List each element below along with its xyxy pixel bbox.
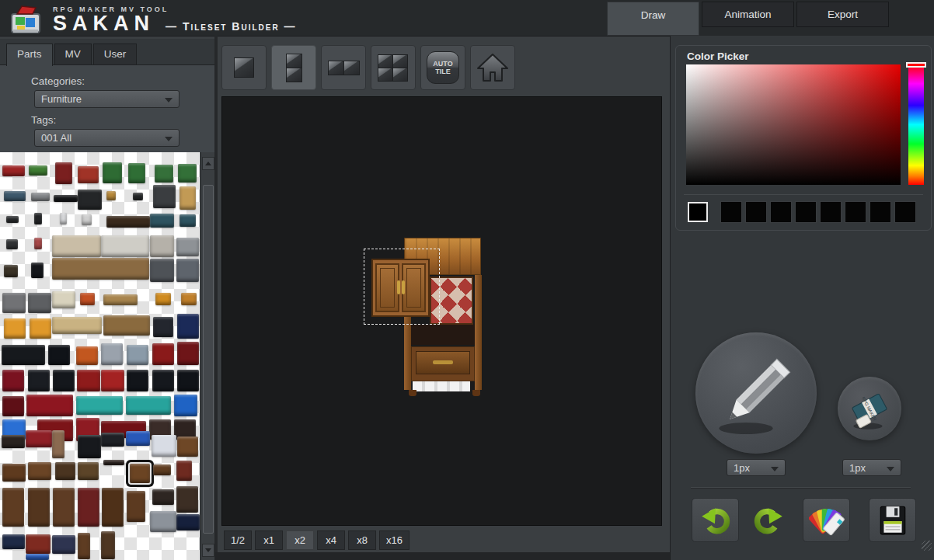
tile-thumbnail[interactable]: [103, 294, 138, 305]
tile-thumbnail[interactable]: [31, 263, 44, 278]
tile-thumbnail[interactable]: [126, 396, 171, 415]
drawing-canvas[interactable]: [221, 96, 662, 526]
tags-select[interactable]: 001 All: [34, 129, 179, 147]
tile-thumbnail[interactable]: [2, 464, 26, 482]
tile-thumbnail[interactable]: [153, 317, 173, 337]
tile-thumbnail[interactable]: [155, 293, 171, 305]
pencil-size-select[interactable]: 1px: [727, 459, 786, 476]
tile-thumbnail[interactable]: [103, 315, 150, 336]
tile-thumbnail[interactable]: [2, 165, 25, 176]
scroll-up-button[interactable]: [202, 157, 214, 170]
current-color-swatch[interactable]: [688, 202, 708, 222]
tile-thumbnail[interactable]: [80, 293, 95, 305]
tile-thumbnail[interactable]: [103, 460, 124, 465]
tile-thumbnail[interactable]: [52, 291, 75, 308]
tab-export[interactable]: Export: [796, 2, 889, 27]
tile-thumbnail[interactable]: [30, 318, 51, 339]
tile-thumbnail[interactable]: [176, 259, 199, 282]
tab-animation[interactable]: Animation: [702, 2, 794, 27]
tile-thumbnail[interactable]: [152, 435, 176, 457]
tile-thumbnail[interactable]: [150, 259, 174, 282]
color-swatch[interactable]: [894, 201, 916, 223]
left-tab-user[interactable]: User: [93, 43, 138, 64]
tile-thumbnail[interactable]: [78, 435, 101, 458]
color-swatch[interactable]: [820, 201, 842, 223]
tile-thumbnail[interactable]: [52, 258, 149, 280]
zoom-1-2-button[interactable]: 1/2: [224, 530, 252, 550]
left-tab-parts[interactable]: Parts: [6, 43, 53, 66]
tile-thumbnail[interactable]: [52, 535, 75, 554]
categories-select[interactable]: Furniture: [34, 90, 179, 108]
tile-thumbnail[interactable]: [48, 345, 70, 365]
tile-thumbnail[interactable]: [177, 314, 199, 339]
tile-thumbnail[interactable]: [101, 343, 123, 365]
tile-thumbnail[interactable]: [60, 213, 67, 224]
tile-thumbnail[interactable]: [153, 185, 176, 208]
tile-thumbnail[interactable]: [128, 163, 145, 183]
tile-thumbnail[interactable]: [126, 431, 150, 446]
tile-thumbnail[interactable]: [31, 193, 50, 201]
tile-thumbnail[interactable]: [78, 462, 99, 480]
tile-thumbnail[interactable]: [152, 489, 174, 505]
tile-thumbnail[interactable]: [177, 342, 199, 365]
autotile-button[interactable]: AUTO TILE: [420, 45, 465, 90]
tile-thumbnail[interactable]: [177, 437, 198, 457]
tile-2x1-button[interactable]: [321, 45, 366, 90]
tile-2x2-button[interactable]: [371, 45, 416, 90]
zoom-x4-button[interactable]: x4: [317, 530, 345, 550]
tile-thumbnail[interactable]: [26, 395, 73, 416]
tile-thumbnail[interactable]: [6, 239, 18, 249]
zoom-x8-button[interactable]: x8: [348, 530, 376, 550]
undo-button[interactable]: [692, 498, 739, 542]
tile-thumbnail[interactable]: [26, 430, 52, 447]
palette-button[interactable]: [803, 498, 850, 542]
tile-thumbnail[interactable]: [2, 396, 24, 416]
saturation-value-area[interactable]: [686, 64, 901, 185]
left-tab-mv[interactable]: MV: [54, 43, 92, 64]
tile-thumbnail[interactable]: [101, 370, 124, 391]
hue-cursor[interactable]: [906, 62, 926, 68]
tile-thumbnail[interactable]: [28, 293, 51, 313]
color-swatch[interactable]: [845, 201, 866, 223]
house-button[interactable]: [470, 45, 515, 90]
tile-thumbnail[interactable]: [174, 395, 197, 416]
tile-thumbnail[interactable]: [101, 531, 115, 559]
tile-thumbnail[interactable]: [155, 165, 173, 183]
tile-thumbnail[interactable]: [55, 462, 75, 480]
eraser-tool-button[interactable]: RPG MAKER: [838, 377, 901, 440]
tile-thumbnail[interactable]: [78, 166, 99, 183]
tile-thumbnail[interactable]: [152, 370, 174, 391]
tile-thumbnail[interactable]: [28, 370, 50, 391]
eraser-size-select[interactable]: 1px: [842, 459, 901, 476]
zoom-x16-button[interactable]: x16: [379, 530, 409, 550]
tile-thumbnail[interactable]: [2, 435, 25, 448]
tile-thumbnail[interactable]: [82, 214, 92, 225]
tile-thumbnail[interactable]: [181, 293, 197, 305]
color-swatch[interactable]: [770, 201, 792, 223]
tile-thumbnail[interactable]: [2, 534, 25, 549]
tile-thumbnail[interactable]: [2, 345, 45, 365]
tile-thumbnail[interactable]: [53, 370, 75, 391]
tile-thumbnail[interactable]: [2, 488, 24, 527]
tile-thumbnail[interactable]: [150, 511, 176, 532]
tile-thumbnail[interactable]: [176, 461, 192, 481]
tile-thumbnail[interactable]: [4, 265, 18, 277]
tile-thumbnail[interactable]: [127, 345, 148, 365]
hue-strip[interactable]: [908, 64, 924, 185]
tile-thumbnail[interactable]: [177, 370, 199, 391]
scrollbar-thumb[interactable]: [203, 185, 214, 534]
tile-thumbnail[interactable]: [101, 433, 124, 447]
tile-thumbnail[interactable]: [127, 370, 148, 391]
tile-thumbnail[interactable]: [103, 162, 122, 183]
tile-thumbnail[interactable]: [53, 488, 75, 527]
tile-thumbnail[interactable]: [34, 238, 42, 249]
tab-draw[interactable]: Draw: [607, 2, 699, 36]
tile-thumbnail[interactable]: [176, 486, 198, 513]
tile-thumbnail[interactable]: [102, 488, 124, 527]
pencil-tool-button[interactable]: [695, 332, 817, 454]
tile-thumbnail[interactable]: [133, 193, 143, 200]
tile-thumbnail[interactable]: [28, 488, 50, 527]
resize-grip[interactable]: [922, 541, 932, 551]
tile-thumbnail[interactable]: [6, 216, 19, 223]
tile-thumbnail[interactable]: [153, 464, 171, 475]
